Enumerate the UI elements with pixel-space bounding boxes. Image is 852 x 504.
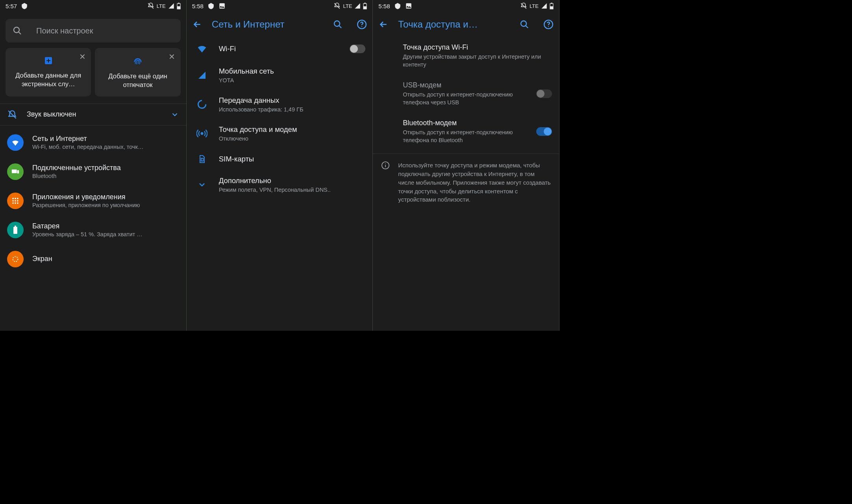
svg-point-32 [201, 133, 203, 135]
suggestion-cards: ✕ Добавьте данные для экстренных слу… ✕ … [0, 48, 186, 104]
data-usage-item[interactable]: Передача данных Использовано трафика: 1,… [187, 90, 373, 119]
signal-icon [541, 3, 547, 9]
status-bar: 5:57 LTE [0, 0, 186, 12]
help-button[interactable] [357, 19, 367, 30]
sound-status-text: Звук выключен [27, 110, 76, 119]
back-button[interactable] [378, 19, 389, 30]
search-icon [520, 20, 529, 29]
svg-point-30 [361, 26, 362, 27]
display-item[interactable]: Экран [0, 245, 186, 267]
search-button[interactable] [520, 20, 529, 29]
back-button[interactable] [192, 19, 202, 30]
svg-point-39 [521, 21, 526, 26]
item-title: Wi-Fi [219, 44, 341, 53]
help-button[interactable] [543, 19, 554, 30]
bluetooth-tethering-item[interactable]: Bluetooth-модем Открыть доступ к интерне… [373, 113, 559, 150]
help-icon [357, 19, 367, 30]
svg-rect-37 [551, 3, 552, 4]
svg-rect-2 [178, 3, 180, 4]
card-text: Добавьте данные для экстренных слу… [9, 71, 87, 89]
close-icon[interactable]: ✕ [77, 51, 88, 62]
info-footer: Используйте точку доступа и режим модема… [373, 154, 559, 211]
svg-point-12 [17, 198, 19, 199]
advanced-item[interactable]: Дополнительно Режим полета, VPN, Персона… [187, 170, 373, 199]
svg-line-28 [339, 26, 341, 28]
fingerprint-card[interactable]: ✕ Добавьте ещё один отпечаток [95, 48, 180, 96]
data-usage-icon [194, 99, 210, 109]
wifi-toggle[interactable] [350, 44, 365, 53]
svg-rect-3 [177, 6, 180, 9]
hotspot-tethering-screen: 5:58 LTE Точка доступа и… Точка доступа … [373, 0, 559, 331]
status-bar: 5:58 LTE [187, 0, 373, 12]
search-icon [13, 26, 22, 35]
item-title: SIM-карты [219, 155, 366, 163]
app-bar: Точка доступа и… [373, 12, 559, 37]
mute-icon [520, 2, 527, 9]
setting-title: Приложения и уведомления [32, 193, 140, 201]
mobile-network-item[interactable]: Мобильная сеть YOTA [187, 61, 373, 90]
svg-line-40 [526, 26, 528, 28]
item-title: Передача данных [219, 96, 366, 105]
item-title: Мобильная сеть [219, 67, 366, 76]
network-label: LTE [343, 3, 352, 9]
wifi-item[interactable]: Wi-Fi [187, 37, 373, 61]
svg-rect-38 [550, 6, 553, 9]
search-placeholder: Поиск настроек [36, 26, 93, 35]
setting-title: Батарея [32, 222, 143, 230]
item-title: Точка доступа и модем [219, 125, 366, 134]
network-settings-screen: 5:58 LTE Сеть и Интернет Wi-Fi [187, 0, 373, 331]
page-title: Точка доступа и… [398, 19, 510, 30]
svg-point-27 [334, 21, 340, 26]
battery-icon [550, 3, 554, 9]
bluetooth-toggle[interactable] [536, 127, 552, 136]
search-button[interactable] [333, 20, 343, 29]
connected-devices-item[interactable]: Подключенные устройства Bluetooth [0, 157, 186, 186]
fingerprint-icon [133, 56, 143, 66]
svg-point-21 [13, 256, 18, 261]
setting-sub: Разрешения, приложения по умолчанию [32, 202, 140, 208]
svg-point-4 [14, 27, 19, 33]
item-sub: Другим устройствам закрыт доступ к Интер… [403, 53, 552, 69]
image-icon [219, 2, 226, 9]
apps-notifications-item[interactable]: Приложения и уведомления Разрешения, при… [0, 186, 186, 215]
battery-item[interactable]: Батарея Уровень заряда – 51 %. Заряда хв… [0, 215, 186, 245]
svg-rect-20 [15, 226, 16, 227]
wifi-hotspot-item[interactable]: Точка доступа Wi-Fi Другим устройствам з… [373, 37, 559, 75]
search-bar[interactable]: Поиск настроек [6, 19, 181, 43]
status-bar: 5:58 LTE [373, 0, 559, 12]
svg-point-11 [15, 198, 16, 199]
usb-toggle [536, 89, 552, 98]
setting-sub: Уровень заряда – 51 %. Заряда хватит … [32, 231, 143, 237]
item-title: Точка доступа Wi-Fi [403, 43, 552, 52]
settings-main-screen: 5:57 LTE Поиск настроек ✕ Добавьте данны… [0, 0, 187, 331]
clock: 5:58 [378, 3, 390, 9]
svg-line-5 [19, 32, 21, 34]
settings-list: Сеть и Интернет Wi-Fi, моб. сети, переда… [0, 126, 186, 267]
item-sub: Использовано трафика: 1,49 ГБ [219, 106, 366, 113]
item-title: USB-модем [403, 81, 530, 89]
network-internet-item[interactable]: Сеть и Интернет Wi-Fi, моб. сети, переда… [0, 128, 186, 157]
svg-point-31 [198, 100, 206, 108]
svg-point-45 [385, 163, 386, 164]
signal-icon [354, 3, 361, 9]
emergency-info-card[interactable]: ✕ Добавьте данные для экстренных слу… [6, 48, 91, 96]
apps-grid-icon [11, 197, 19, 205]
sim-card-icon [194, 154, 210, 164]
sound-status-row[interactable]: Звук выключен [0, 104, 186, 126]
svg-rect-8 [12, 169, 17, 173]
medical-plus-icon [44, 56, 53, 65]
app-icon [207, 2, 215, 9]
wifi-icon [194, 43, 210, 54]
svg-rect-19 [13, 227, 17, 234]
app-icon [21, 2, 28, 9]
app-bar: Сеть и Интернет [187, 12, 373, 37]
signal-icon [194, 70, 210, 80]
item-sub: Открыть доступ к интернет-подключению те… [403, 91, 530, 106]
svg-rect-33 [201, 158, 203, 161]
page-title: Сеть и Интернет [212, 19, 324, 30]
svg-point-13 [12, 200, 14, 202]
sim-cards-item[interactable]: SIM-карты [187, 148, 373, 170]
search-icon [333, 20, 343, 29]
hotspot-tethering-item[interactable]: Точка доступа и модем Отключено [187, 119, 373, 148]
close-icon[interactable]: ✕ [167, 51, 178, 62]
